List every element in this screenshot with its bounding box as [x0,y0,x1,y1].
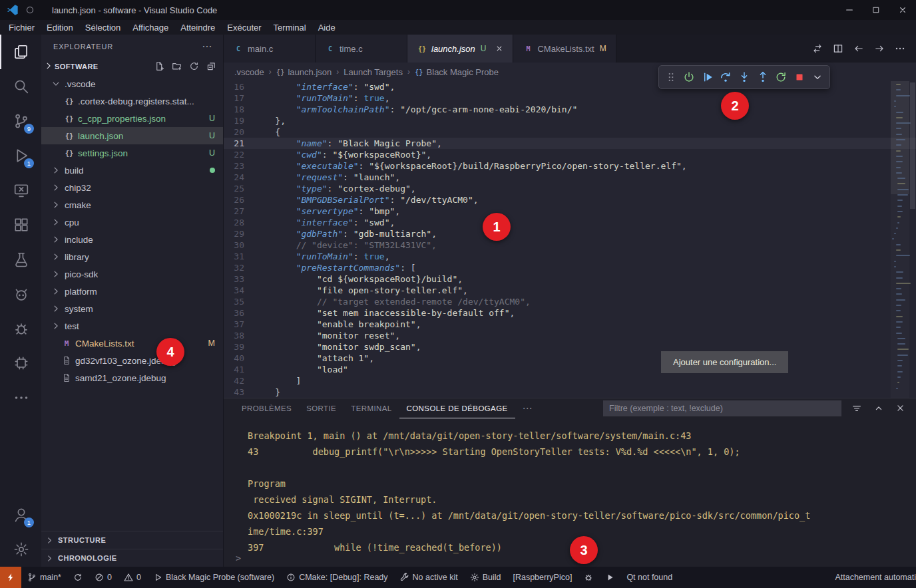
console-filter-input[interactable] [603,400,841,416]
activity-remote-explorer-icon[interactable] [0,173,41,208]
tab-launch-json[interactable]: {}launch.jsonU [407,35,513,63]
menu-item-7[interactable]: Aide [312,23,342,33]
panel-tab--[interactable]: ⋯ [515,398,540,418]
close-tab-icon[interactable] [495,45,503,53]
menu-item-4[interactable]: Atteindre [174,23,221,33]
status-remote-indicator[interactable] [0,567,21,588]
activity-extensions-icon[interactable] [0,208,41,242]
menu-item-1[interactable]: Edition [41,23,79,33]
tree-item-platform[interactable]: platform [41,283,223,300]
restart-icon[interactable] [772,68,790,86]
stop-icon[interactable] [791,68,808,86]
status-warnings[interactable]: 0 [118,567,147,588]
tree-item-c-cpp-properties-json[interactable]: {}c_cpp_properties.jsonU [41,110,223,127]
navigate-forward-icon[interactable] [874,43,885,54]
tree-item-pico-sdk[interactable]: pico-sdk [41,265,223,283]
sidebar-section-structure[interactable]: STRUCTURE [41,531,223,549]
step-over-icon[interactable] [717,68,734,86]
tree-item-cpu[interactable]: cpu [41,214,223,231]
maximize-button[interactable] [863,0,889,20]
activity-accounts-icon[interactable]: 1 [0,498,41,532]
status-debug-target[interactable] [578,567,599,588]
navigate-back-icon[interactable] [853,43,864,54]
power-icon[interactable] [680,68,698,86]
status-debug-config[interactable]: Black Magic Probe (software) [147,567,280,588]
continue-icon[interactable] [699,68,716,86]
status-run-target[interactable] [599,567,620,588]
console-prompt[interactable]: > [236,553,241,563]
split-editor-icon[interactable] [833,43,843,54]
more-actions-icon[interactable] [895,43,905,54]
breadcrumb-item-0[interactable]: .vscode [234,67,264,77]
tab-cmakelists-txt[interactable]: MCMakeLists.txtM [513,35,616,63]
panel-tab-sortie[interactable]: SORTIE [299,398,344,418]
status-auto-attach[interactable]: Attachement automati [829,567,916,588]
menu-item-3[interactable]: Affichage [126,23,174,33]
tree-item-library[interactable]: library [41,248,223,265]
status-git-branch[interactable]: main* [21,567,67,588]
workspace-section-header[interactable]: SOFTWARE [41,58,223,75]
collapse-all-icon[interactable] [206,61,216,73]
status-build-variant[interactable]: [RaspberryPico] [507,567,578,588]
tree-item--vscode[interactable]: .vscode [41,75,223,92]
activity-memory-view-icon[interactable] [0,346,41,380]
tree-item-launch-json[interactable]: {}launch.jsonU [41,127,223,144]
tree-item--cortex-debug-registers-stat-[interactable]: {}.cortex-debug.registers.stat... [41,92,223,110]
editor-scrollbar[interactable] [909,81,916,398]
tree-item-gd32vf103-ozone-jdebug[interactable]: gd32vf103_ozone.jdebug [41,352,223,369]
tree-item-test[interactable]: test [41,317,223,335]
status-build[interactable]: Build [464,567,507,588]
status-qt-status[interactable]: Qt not found [620,567,678,588]
menu-item-2[interactable]: Sélection [79,23,126,33]
status-sync[interactable] [67,567,89,588]
close-button[interactable] [889,0,916,20]
activity-debug-adapter-icon[interactable] [0,311,41,346]
tree-item-settings-json[interactable]: {}settings.jsonU [41,144,223,162]
status-active-kit[interactable]: No active kit [394,567,464,588]
sidebar-section-chronologie[interactable]: CHRONOLOGIE [41,549,223,567]
add-configuration-button[interactable]: Ajouter une configuration... [661,351,788,373]
minimap[interactable] [891,81,909,398]
tab-main-c[interactable]: Cmain.c [224,35,316,63]
breadcrumb-item-1[interactable]: {}launch.json [276,67,332,77]
activity-source-control-icon[interactable]: 9 [0,104,41,138]
tree-item-system[interactable]: system [41,300,223,317]
activity-settings-icon[interactable] [0,532,41,567]
activity-platformio-icon[interactable] [0,277,41,311]
panel-tab-terminal[interactable]: TERMINAL [344,398,399,418]
sidebar-more-icon[interactable]: ⋯ [202,41,212,53]
compare-changes-icon[interactable] [812,43,823,54]
debug-console-output[interactable]: Breakpoint 1, main () at /mnt/data/git/o… [224,418,916,567]
status-cmake-status[interactable]: CMake: [Debug]: Ready [280,567,393,588]
dropdown-icon[interactable] [809,68,826,86]
tree-item-chip32[interactable]: chip32 [41,179,223,196]
activity-explorer-icon[interactable] [0,35,41,69]
minimize-button[interactable] [836,0,863,20]
close-panel-icon[interactable] [895,403,905,414]
menu-item-6[interactable]: Terminal [268,23,312,33]
new-file-icon[interactable] [154,61,164,73]
tree-item-samd21-ozone-jdebug[interactable]: samd21_ozone.jdebug [41,369,223,386]
maximize-panel-icon[interactable] [873,403,884,414]
tree-item-cmake[interactable]: cmake [41,196,223,214]
tab-time-c[interactable]: Ctime.c [316,35,407,63]
activity-run-debug-icon[interactable]: 1 [0,138,41,173]
activity-more-icon[interactable] [0,380,41,415]
status-errors[interactable]: 0 [89,567,118,588]
code-editor[interactable]: 16 "interface": "swd",17 "runToMain": tr… [224,81,916,398]
panel-tab-console-de-d-bogage[interactable]: CONSOLE DE DÉBOGAGE [399,398,515,418]
panel-tab-probl-mes[interactable]: PROBLÈMES [234,398,299,418]
new-folder-icon[interactable] [172,61,182,73]
breadcrumb-item-3[interactable]: {}Black Magic Probe [415,67,499,77]
tree-item-cmakelists-txt[interactable]: MCMakeLists.txtM [41,335,223,352]
menu-item-5[interactable]: Exécuter [221,23,267,33]
tree-item-build[interactable]: build [41,162,223,179]
step-into-icon[interactable] [736,68,753,86]
breadcrumb-item-2[interactable]: Launch Targets [344,67,403,77]
menu-item-0[interactable]: Fichier [3,23,41,33]
tree-item-include[interactable]: include [41,231,223,248]
console-filter-icon[interactable] [851,403,862,414]
refresh-icon[interactable] [189,61,199,73]
activity-testing-icon[interactable] [0,242,41,277]
activity-search-icon[interactable] [0,69,41,104]
